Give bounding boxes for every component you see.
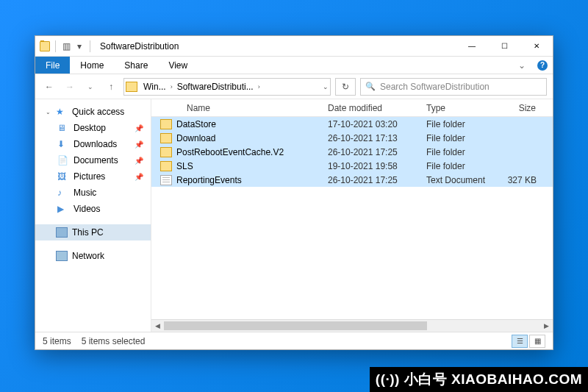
- music-icon: ♪: [57, 188, 69, 198]
- pictures-icon: 🖼: [57, 171, 69, 182]
- explorer-window: ▥ ▾ SoftwareDistribution — ☐ ✕ File Home…: [35, 35, 553, 350]
- help-button[interactable]: ?: [532, 57, 553, 74]
- window-title: SoftwareDistribution: [100, 41, 179, 51]
- file-list: Name Date modified Type Size DataStore17…: [151, 99, 553, 332]
- document-icon: 📄: [57, 155, 69, 165]
- breadcrumb-seg[interactable]: Win...: [140, 82, 169, 92]
- sidebar-item-network[interactable]: › Network: [35, 248, 151, 264]
- scroll-right-icon[interactable]: ▶: [540, 320, 553, 332]
- file-row[interactable]: PostRebootEventCache.V226-10-2021 17:25F…: [151, 145, 553, 159]
- watermark: ((·)) 小白号 XIAOBAIHAO.COM: [370, 367, 588, 392]
- forward-button[interactable]: →: [62, 79, 78, 95]
- sidebar-item-quick-access[interactable]: ⌄ ★ Quick access: [35, 104, 151, 120]
- column-size[interactable]: Size: [498, 103, 544, 113]
- selected-count: 5 items selected: [82, 336, 146, 346]
- tab-view[interactable]: View: [158, 57, 198, 74]
- up-button[interactable]: ↑: [103, 79, 119, 95]
- tab-home[interactable]: Home: [70, 57, 114, 74]
- column-type[interactable]: Type: [420, 103, 498, 113]
- file-type: File folder: [420, 119, 498, 129]
- file-row[interactable]: DataStore17-10-2021 03:20File folder: [151, 117, 553, 131]
- ribbon-expand-icon[interactable]: ⌄: [512, 57, 532, 74]
- video-icon: ▶: [57, 204, 69, 214]
- chevron-right-icon[interactable]: ›: [257, 83, 262, 90]
- file-name: SLS: [176, 161, 193, 171]
- file-name: PostRebootEventCache.V2: [176, 147, 284, 157]
- file-name: DataStore: [176, 119, 216, 129]
- navigation-pane: ⌄ ★ Quick access 🖥 Desktop 📌 ⬇ Downloads…: [35, 99, 151, 332]
- refresh-button[interactable]: ↻: [335, 78, 356, 96]
- item-count: 5 items: [43, 336, 71, 346]
- file-date: 19-10-2021 19:58: [322, 161, 420, 171]
- folder-icon: [160, 119, 172, 129]
- sidebar-item-documents[interactable]: 📄 Documents 📌: [35, 152, 151, 168]
- desktop-icon: 🖥: [57, 123, 69, 133]
- address-bar[interactable]: Win... › SoftwareDistributi... › ⌄: [123, 78, 331, 96]
- file-date: 17-10-2021 03:20: [322, 119, 420, 129]
- close-button[interactable]: ✕: [520, 36, 553, 57]
- maximize-button[interactable]: ☐: [488, 36, 520, 57]
- star-icon: ★: [56, 107, 68, 117]
- download-icon: ⬇: [57, 139, 69, 149]
- breadcrumb-seg[interactable]: SoftwareDistributi...: [174, 82, 257, 92]
- horizontal-scrollbar[interactable]: ◀ ▶: [151, 319, 553, 332]
- folder-icon: [126, 82, 137, 92]
- file-date: 26-10-2021 17:25: [322, 147, 420, 157]
- tab-file[interactable]: File: [35, 57, 70, 74]
- sidebar-item-pictures[interactable]: 🖼 Pictures 📌: [35, 168, 151, 185]
- search-input[interactable]: 🔍 Search SoftwareDistribution: [360, 78, 547, 96]
- folder-icon: [40, 41, 50, 51]
- network-icon: [56, 251, 68, 261]
- sidebar-item-desktop[interactable]: 🖥 Desktop 📌: [35, 120, 151, 136]
- properties-icon[interactable]: ▥: [61, 41, 71, 51]
- folder-icon: [160, 161, 172, 171]
- file-name: Download: [176, 133, 215, 143]
- file-rows: DataStore17-10-2021 03:20File folderDown…: [151, 117, 553, 319]
- pin-icon: 📌: [135, 140, 143, 149]
- file-type: File folder: [420, 161, 498, 171]
- minimize-button[interactable]: —: [456, 36, 488, 57]
- pin-icon: 📌: [135, 157, 143, 165]
- folder-icon: [160, 133, 172, 143]
- sidebar-item-this-pc[interactable]: › This PC: [35, 224, 151, 240]
- new-folder-icon[interactable]: ▾: [74, 41, 85, 51]
- chevron-down-icon[interactable]: ⌄: [321, 83, 330, 90]
- file-type: File folder: [420, 147, 498, 157]
- scroll-left-icon[interactable]: ◀: [151, 320, 164, 332]
- titlebar: ▥ ▾ SoftwareDistribution — ☐ ✕: [35, 36, 553, 57]
- column-date[interactable]: Date modified: [322, 103, 420, 113]
- search-icon: 🔍: [365, 82, 376, 91]
- folder-icon: [160, 147, 172, 157]
- file-size: 327 KB: [498, 175, 544, 185]
- file-row[interactable]: ReportingEvents26-10-2021 17:25Text Docu…: [151, 173, 553, 187]
- pin-icon: 📌: [135, 173, 143, 181]
- file-type: File folder: [420, 133, 498, 143]
- help-icon: ?: [537, 60, 548, 71]
- pc-icon: [56, 227, 68, 238]
- file-date: 26-10-2021 17:25: [322, 175, 420, 185]
- text-file-icon: [160, 175, 172, 185]
- tab-share[interactable]: Share: [114, 57, 158, 74]
- back-button[interactable]: ←: [41, 79, 57, 95]
- sidebar-item-downloads[interactable]: ⬇ Downloads 📌: [35, 136, 151, 152]
- address-bar-row: ← → ⌄ ↑ Win... › SoftwareDistributi... ›…: [35, 74, 553, 99]
- ribbon-tabs: File Home Share View ⌄ ?: [35, 57, 553, 74]
- sidebar-item-videos[interactable]: ▶ Videos: [35, 201, 151, 217]
- file-row[interactable]: SLS19-10-2021 19:58File folder: [151, 159, 553, 173]
- column-name[interactable]: Name: [151, 103, 322, 113]
- chevron-down-icon[interactable]: ⌄: [46, 109, 51, 115]
- large-icons-view-button[interactable]: ▦: [529, 335, 545, 348]
- column-headers: Name Date modified Type Size: [151, 99, 553, 117]
- recent-dropdown-icon[interactable]: ⌄: [82, 79, 98, 95]
- scrollbar-thumb[interactable]: [164, 321, 427, 330]
- file-date: 26-10-2021 17:13: [322, 133, 420, 143]
- chevron-right-icon[interactable]: ›: [169, 83, 174, 90]
- details-view-button[interactable]: ☰: [512, 335, 528, 348]
- file-type: Text Document: [420, 175, 498, 185]
- file-name: ReportingEvents: [176, 175, 242, 185]
- sidebar-item-music[interactable]: ♪ Music: [35, 185, 151, 201]
- file-row[interactable]: Download26-10-2021 17:13File folder: [151, 131, 553, 145]
- status-bar: 5 items 5 items selected ☰ ▦: [35, 332, 553, 349]
- pin-icon: 📌: [135, 124, 143, 132]
